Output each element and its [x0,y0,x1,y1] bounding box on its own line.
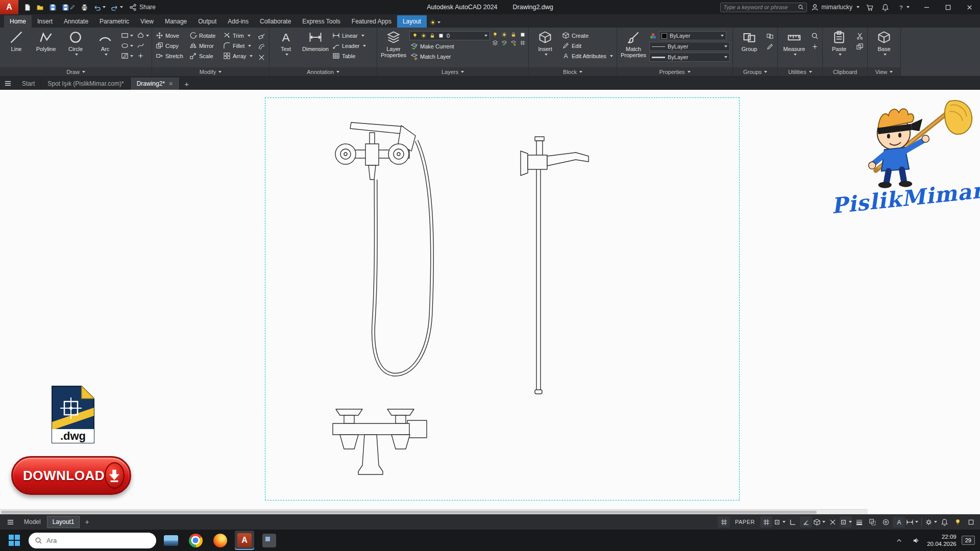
grid-display-icon[interactable] [760,516,772,528]
clean-screen-icon[interactable] [965,516,977,528]
plot-button[interactable] [79,2,90,13]
polyline-tool-button[interactable]: Polyline [32,29,60,53]
ribbon-tab-layout[interactable]: Layout [397,15,427,28]
keyword-search-box[interactable] [720,3,807,12]
layer-properties-button[interactable]: Layer Properties [380,29,407,59]
group-button[interactable]: Group [736,29,763,53]
layer-unlock-button[interactable] [520,40,526,46]
lineweight-dropdown[interactable]: ByLayer [649,53,730,62]
ribbon-tab-express-tools[interactable]: Express Tools [297,15,346,28]
new-layout-button[interactable]: + [81,516,93,528]
ribbon-tab-insert[interactable]: Insert [32,15,58,28]
offset-tool-button[interactable] [258,43,265,51]
draw-panel-footer[interactable]: Draw [0,67,152,76]
table-button[interactable]: Table [331,52,374,60]
help-button[interactable] [895,2,912,13]
snap-mode-icon[interactable] [773,516,786,528]
paste-button[interactable]: Paste [825,29,853,57]
leader-button[interactable]: Leader [331,41,374,50]
annotation-scale-icon[interactable] [906,516,918,528]
open-file-button[interactable] [34,2,46,13]
redo-button[interactable] [109,2,125,13]
layer-on-button[interactable] [492,40,498,46]
app-store-button[interactable] [864,2,875,13]
edit-block-button[interactable]: Edit [561,41,614,50]
autocad-app-logo[interactable]: A [0,0,18,14]
new-file-button[interactable] [21,2,33,13]
selection-cycling-icon[interactable] [879,516,892,528]
scale-tool-button[interactable]: Scale [188,52,221,60]
notification-badge[interactable]: 29 [962,536,975,545]
ungroup-button[interactable] [766,32,774,40]
transparency-icon[interactable] [866,516,878,528]
ribbon-tab-output[interactable]: Output [192,15,222,28]
layer-isolate-button[interactable] [501,32,507,38]
stretch-tool-button[interactable]: Stretch [155,52,187,60]
autocad-taskbar-button[interactable]: A [235,531,254,550]
edit-attributes-button[interactable]: Edit Attributes [561,52,614,60]
layer-thaw-button[interactable] [510,40,517,46]
match-layer-button[interactable]: Match Layer [409,52,462,61]
rectangle-tool-button[interactable] [121,32,133,39]
cut-button[interactable] [856,32,864,40]
scrollbar-thumb[interactable] [1,511,817,514]
groups-panel-footer[interactable]: Groups [733,67,777,76]
copy-clip-button[interactable] [856,43,864,51]
ribbon-tab-home[interactable]: Home [4,15,32,28]
dimension-tool-button[interactable]: Dimension [302,29,329,53]
ribbon-tab-manage[interactable]: Manage [159,15,192,28]
modify-panel-footer[interactable]: Modify [152,67,269,76]
file-tabs-menu-button[interactable] [0,77,16,90]
fillet-tool-button[interactable]: Fillet [222,41,255,50]
circle-tool-button[interactable]: Circle [62,29,89,57]
revision-cloud-tool-button[interactable] [137,32,149,39]
model-tab[interactable]: Model [19,516,46,528]
layers-panel-footer[interactable]: Layers [377,67,528,76]
layer-unisolate-button[interactable] [501,40,507,46]
ribbon-tab-collaborate[interactable]: Collaborate [254,15,297,28]
tray-expand-button[interactable] [893,535,905,546]
file-tab-spot-isik[interactable]: Spot Işık (PislikMimar.com)* [41,78,130,90]
annotation-monitor-icon[interactable] [938,516,950,528]
measure-button[interactable]: Measure [780,29,808,57]
layer-off-button[interactable] [492,32,498,38]
minimize-button[interactable] [916,0,937,14]
dwg-file-badge[interactable]: .dwg [49,384,97,445]
text-tool-button[interactable]: Text [272,29,300,57]
volume-button[interactable] [910,535,922,546]
object-color-dropdown[interactable]: ByLayer [659,31,726,40]
array-tool-button[interactable]: Array [222,52,255,60]
linear-dimension-button[interactable]: Linear [331,31,374,40]
firefox-taskbar-button[interactable] [210,531,230,550]
ribbon-tab-addins[interactable]: Add-ins [222,15,254,28]
taskbar-clock[interactable]: 22:09 20.04.2026 [927,533,957,548]
status-menu-button[interactable] [3,516,18,528]
group-edit-button[interactable] [766,43,774,51]
save-button[interactable] [47,2,59,13]
clipboard-panel-footer[interactable]: Clipboard [823,67,867,76]
layout1-tab[interactable]: Layout1 [47,516,80,528]
quick-select-button[interactable] [811,32,819,40]
match-properties-button[interactable]: Match Properties [620,29,647,59]
ellipse-tool-button[interactable] [121,42,133,49]
linetype-dropdown[interactable]: ByLayer [649,42,730,51]
layer-freeze-button[interactable] [510,32,517,38]
point-tool-button[interactable] [137,52,149,60]
keyword-search-input[interactable] [723,4,798,10]
annotation-panel-footer[interactable]: Annotation [270,67,377,76]
object-snap-tracking-icon[interactable] [826,516,839,528]
ribbon-tab-view[interactable]: View [135,15,159,28]
save-as-button[interactable] [60,2,78,13]
windows-start-button[interactable] [5,531,23,549]
move-tool-button[interactable]: Move [155,31,187,40]
base-view-button[interactable]: Base [870,29,898,57]
copy-tool-button[interactable]: Copy [155,41,187,50]
object-snap-icon[interactable] [840,516,852,528]
desktop-app-taskbar-button[interactable] [259,531,279,550]
layout-grid-icon[interactable] [718,516,730,528]
ribbon-tab-parametric[interactable]: Parametric [94,15,135,28]
file-tab-start[interactable]: Start [16,78,41,90]
hatch-tool-button[interactable] [121,52,133,60]
maximize-button[interactable] [937,0,959,14]
undo-button[interactable] [91,2,108,13]
